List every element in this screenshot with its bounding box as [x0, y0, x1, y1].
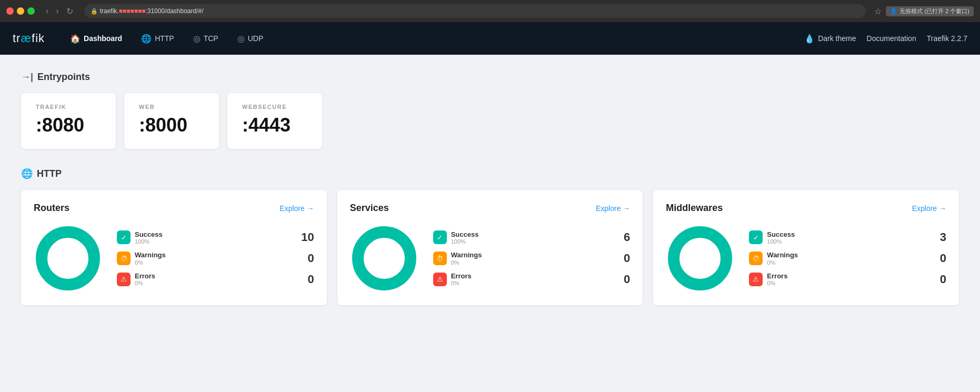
warning-triangle-icon: ⚠ [753, 275, 759, 283]
browser-navigation: ‹ › ↻ [43, 5, 76, 17]
minimize-window-button[interactable] [17, 7, 24, 15]
extension-avatar-icon: 👤 [890, 8, 897, 15]
entrypoint-web-label: WEB [139, 104, 204, 110]
extension-button[interactable]: 👤 无痕模式 (已打开 2 个窗口) [886, 6, 974, 16]
services-card-header: Services Explore → [350, 203, 631, 214]
main-content: →| Entrypoints TRAEFIK :8080 WEB :8000 W… [0, 55, 980, 322]
http-section-title: 🌐 HTTP [21, 168, 959, 179]
routers-donut-chart [34, 224, 102, 293]
routers-explore-link[interactable]: Explore → [279, 204, 314, 213]
services-success-badge: ✓ [433, 230, 447, 244]
address-bar[interactable]: 🔒 traefik.■■■■■■■:31000/dashboard/#/ [84, 4, 866, 18]
routers-success-count: 10 [299, 230, 314, 244]
middlewares-warning-badge: ⏱ [749, 252, 763, 265]
logo[interactable]: træfik [13, 32, 45, 45]
routers-errors-info: Errors 0% [135, 272, 295, 287]
services-explore-label: Explore → [596, 204, 630, 213]
services-success-info: Success 100% [451, 230, 612, 245]
middlewares-card: Middlewares Explore → [653, 190, 959, 305]
routers-warnings-stat: ⏱ Warnings 0% 0 [117, 251, 314, 266]
entrypoints-title-text: Entrypoints [37, 72, 90, 83]
services-warning-badge: ⏱ [433, 252, 447, 265]
middlewares-success-stat: ✓ Success 100% 3 [749, 230, 946, 245]
browser-window-controls [6, 7, 35, 15]
services-donut-chart [350, 224, 418, 293]
middlewares-errors-pct: 0% [767, 280, 927, 286]
routers-success-stat: ✓ Success 100% 10 [117, 230, 314, 245]
middlewares-error-badge: ⚠ [749, 273, 763, 286]
middlewares-warnings-stat: ⏱ Warnings 0% 0 [749, 251, 946, 266]
url-redacted: ■■■■■■■ [119, 7, 146, 15]
nav-item-tcp[interactable]: ◎ TCP [185, 31, 227, 47]
entrypoint-card-websecure[interactable]: WEBSECURE :4443 [227, 93, 322, 149]
middlewares-warnings-count: 0 [932, 252, 946, 265]
svg-point-3 [53, 244, 83, 273]
check-icon: ✓ [121, 234, 127, 242]
globe-icon-http: 🌐 [141, 34, 152, 44]
version-label: Traefik 2.2.7 [927, 34, 967, 43]
middlewares-success-count: 3 [932, 230, 946, 244]
http-cards-row: Routers Explore → ✓ [21, 190, 959, 305]
routers-stats-list: ✓ Success 100% 10 ⏱ Warnings [117, 230, 314, 287]
services-warnings-info: Warnings 0% [451, 251, 612, 266]
services-error-badge: ⚠ [433, 273, 447, 286]
warning-badge: ⏱ [117, 252, 131, 265]
routers-card-body: ✓ Success 100% 10 ⏱ Warnings [34, 224, 314, 293]
reload-button[interactable]: ↻ [64, 5, 76, 17]
logo-text: træfik [13, 32, 45, 45]
top-navigation: træfik 🏠 Dashboard 🌐 HTTP ◎ TCP ◎ UDP 💧 … [0, 22, 980, 55]
bookmark-icon[interactable]: ☆ [874, 6, 882, 16]
services-title: Services [350, 203, 389, 214]
middlewares-errors-count: 0 [932, 273, 946, 286]
routers-success-pct: 100% [135, 238, 295, 245]
entrypoint-websecure-port: :4443 [242, 114, 307, 136]
entrypoints-icon: →| [21, 72, 33, 83]
middlewares-success-pct: 100% [767, 238, 927, 245]
circle-icon-tcp: ◎ [193, 34, 201, 44]
nav-item-http[interactable]: 🌐 HTTP [133, 31, 183, 47]
check-icon: ✓ [437, 234, 443, 242]
url-text: traefik.■■■■■■■:31000/dashboard/#/ [100, 7, 204, 15]
routers-errors-count: 0 [299, 273, 314, 286]
entrypoint-traefik-port: :8080 [36, 114, 101, 136]
close-window-button[interactable] [6, 7, 14, 15]
middlewares-success-name: Success [767, 230, 927, 239]
http-globe-icon: 🌐 [21, 168, 33, 179]
middlewares-explore-link[interactable]: Explore → [912, 204, 946, 213]
http-title-text: HTTP [37, 168, 62, 179]
maximize-window-button[interactable] [27, 7, 35, 15]
documentation-link[interactable]: Documentation [867, 34, 916, 43]
services-explore-link[interactable]: Explore → [596, 204, 630, 213]
success-badge: ✓ [117, 230, 131, 244]
routers-errors-pct: 0% [135, 280, 295, 286]
services-errors-stat: ⚠ Errors 0% 0 [433, 272, 631, 287]
entrypoints-section-title: →| Entrypoints [21, 72, 959, 83]
entrypoint-card-traefik[interactable]: TRAEFIK :8080 [21, 93, 116, 149]
nav-label-udp: UDP [248, 34, 264, 43]
middlewares-donut-chart [666, 224, 734, 293]
entrypoint-card-web[interactable]: WEB :8000 [124, 93, 219, 149]
warning-triangle-icon: ⚠ [437, 275, 443, 283]
svg-point-7 [369, 244, 399, 273]
browser-action-buttons: ☆ 👤 无痕模式 (已打开 2 个窗口) [874, 6, 974, 16]
routers-errors-name: Errors [135, 272, 295, 280]
nav-items: 🏠 Dashboard 🌐 HTTP ◎ TCP ◎ UDP [62, 31, 804, 47]
nav-right-items: 💧 Dark theme Documentation Traefik 2.2.7 [804, 34, 967, 44]
nav-item-udp[interactable]: ◎ UDP [229, 31, 272, 47]
check-icon: ✓ [753, 234, 759, 242]
services-warnings-count: 0 [615, 252, 630, 265]
middlewares-explore-label: Explore → [912, 204, 946, 213]
middlewares-warnings-name: Warnings [767, 251, 927, 259]
services-card: Services Explore → [337, 190, 643, 305]
warning-triangle-icon: ⚠ [121, 275, 127, 283]
routers-success-info: Success 100% [135, 230, 295, 245]
services-errors-pct: 0% [451, 280, 612, 286]
svg-point-11 [685, 244, 715, 273]
dark-theme-toggle[interactable]: 💧 Dark theme [804, 34, 856, 44]
nav-item-dashboard[interactable]: 🏠 Dashboard [62, 31, 131, 47]
routers-title: Routers [34, 203, 69, 214]
forward-button[interactable]: › [53, 5, 61, 17]
entrypoint-web-port: :8000 [139, 114, 204, 136]
back-button[interactable]: ‹ [43, 5, 51, 17]
middlewares-warnings-pct: 0% [767, 259, 927, 266]
